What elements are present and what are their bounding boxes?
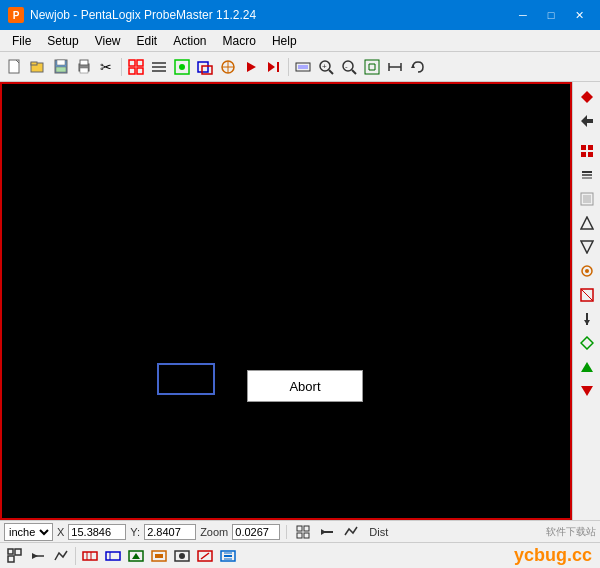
bt-10[interactable] <box>217 545 239 567</box>
menu-edit[interactable]: Edit <box>129 30 166 51</box>
bt-1[interactable] <box>4 545 26 567</box>
svg-rect-19 <box>198 62 208 72</box>
status-btn-1[interactable] <box>293 523 313 541</box>
menu-help[interactable]: Help <box>264 30 305 51</box>
tb-undo[interactable] <box>407 56 429 78</box>
svg-text:-: - <box>345 62 348 71</box>
unit-select[interactable]: inche mm <box>4 523 53 541</box>
sb-b7[interactable] <box>576 284 598 306</box>
svg-text:✂: ✂ <box>100 59 112 75</box>
menu-setup[interactable]: Setup <box>39 30 86 51</box>
menu-macro[interactable]: Macro <box>215 30 264 51</box>
tb-b8[interactable] <box>292 56 314 78</box>
minimize-button[interactable]: ─ <box>510 5 536 25</box>
tb-grid1[interactable] <box>125 56 147 78</box>
svg-marker-41 <box>581 91 593 103</box>
svg-rect-64 <box>304 526 309 531</box>
zoom-label: Zoom <box>200 526 228 538</box>
window-controls: ─ □ ✕ <box>510 5 592 25</box>
tb-new[interactable] <box>4 56 26 78</box>
bt-sep-1 <box>75 547 76 565</box>
tb-print[interactable] <box>73 56 95 78</box>
title-bar: P Newjob - PentaLogix ProbeMaster 11.2.2… <box>0 0 600 30</box>
sb-b5[interactable] <box>576 236 598 258</box>
svg-rect-13 <box>137 68 143 74</box>
bt-7[interactable] <box>148 545 170 567</box>
svg-marker-24 <box>247 62 256 72</box>
tb-cut[interactable]: ✂ <box>96 56 118 78</box>
tb-b4[interactable] <box>194 56 216 78</box>
app-window: P Newjob - PentaLogix ProbeMaster 11.2.2… <box>0 0 600 568</box>
svg-rect-82 <box>155 554 163 558</box>
tb-open[interactable] <box>27 56 49 78</box>
svg-rect-7 <box>80 60 88 65</box>
tb-dist[interactable] <box>384 56 406 78</box>
close-button[interactable]: ✕ <box>566 5 592 25</box>
bt-5[interactable] <box>102 545 124 567</box>
tb-b10[interactable]: - <box>338 56 360 78</box>
abort-button[interactable]: Abort <box>247 370 363 402</box>
bt-2[interactable] <box>27 545 49 567</box>
status-bar: inche mm X Y: Zoom Dist 软件下载站 <box>0 520 600 542</box>
bottom-toolbar: ycbug.cc <box>0 542 600 568</box>
sb-b11[interactable] <box>576 380 598 402</box>
svg-rect-35 <box>365 60 379 74</box>
svg-point-55 <box>585 269 589 273</box>
svg-point-84 <box>179 553 185 559</box>
sb-b9[interactable] <box>576 332 598 354</box>
sb-b4[interactable] <box>576 212 598 234</box>
svg-rect-5 <box>56 67 66 72</box>
watermark-status: 软件下载站 <box>546 526 596 538</box>
sb-b10[interactable] <box>576 356 598 378</box>
bt-4[interactable] <box>79 545 101 567</box>
sb-b8[interactable] <box>576 308 598 330</box>
svg-marker-61 <box>581 362 593 372</box>
tb-b5[interactable] <box>217 56 239 78</box>
tb-grid2[interactable] <box>148 56 170 78</box>
tb-b11[interactable] <box>361 56 383 78</box>
status-btn-3[interactable] <box>341 523 361 541</box>
tb-save[interactable] <box>50 56 72 78</box>
bt-3[interactable] <box>50 545 72 567</box>
svg-marker-68 <box>321 529 326 535</box>
right-sidebar <box>572 82 600 520</box>
zoom-value[interactable] <box>232 524 280 540</box>
tb-b3[interactable] <box>171 56 193 78</box>
toolbar-sep-2 <box>288 58 289 76</box>
bt-6[interactable] <box>125 545 147 567</box>
tb-b7[interactable] <box>263 56 285 78</box>
x-value[interactable] <box>68 524 126 540</box>
svg-rect-11 <box>137 60 143 66</box>
bt-9[interactable] <box>194 545 216 567</box>
sb-b6[interactable] <box>576 260 598 282</box>
sb-b1[interactable] <box>576 140 598 162</box>
svg-rect-46 <box>588 152 593 157</box>
sb-diamond[interactable] <box>576 86 598 108</box>
tb-b6[interactable] <box>240 56 262 78</box>
svg-rect-45 <box>581 152 586 157</box>
sb-arrow[interactable] <box>576 110 598 132</box>
y-label: Y: <box>130 526 140 538</box>
maximize-button[interactable]: □ <box>538 5 564 25</box>
svg-rect-77 <box>106 552 120 560</box>
svg-line-33 <box>352 70 356 74</box>
svg-line-30 <box>329 70 333 74</box>
svg-marker-53 <box>581 241 593 253</box>
svg-marker-80 <box>132 553 140 559</box>
sb-b3[interactable] <box>576 188 598 210</box>
svg-line-57 <box>581 289 593 301</box>
svg-rect-12 <box>129 68 135 74</box>
svg-marker-60 <box>581 337 593 349</box>
canvas-area[interactable]: Abort <box>0 82 572 520</box>
svg-marker-42 <box>581 115 593 127</box>
menu-action[interactable]: Action <box>165 30 214 51</box>
watermark-brand: ycbug.cc <box>514 545 596 566</box>
menu-file[interactable]: File <box>4 30 39 51</box>
menu-view[interactable]: View <box>87 30 129 51</box>
svg-rect-63 <box>297 526 302 531</box>
tb-b9[interactable]: + <box>315 56 337 78</box>
status-btn-2[interactable] <box>317 523 337 541</box>
y-value[interactable] <box>144 524 196 540</box>
sb-b2[interactable] <box>576 164 598 186</box>
bt-8[interactable] <box>171 545 193 567</box>
